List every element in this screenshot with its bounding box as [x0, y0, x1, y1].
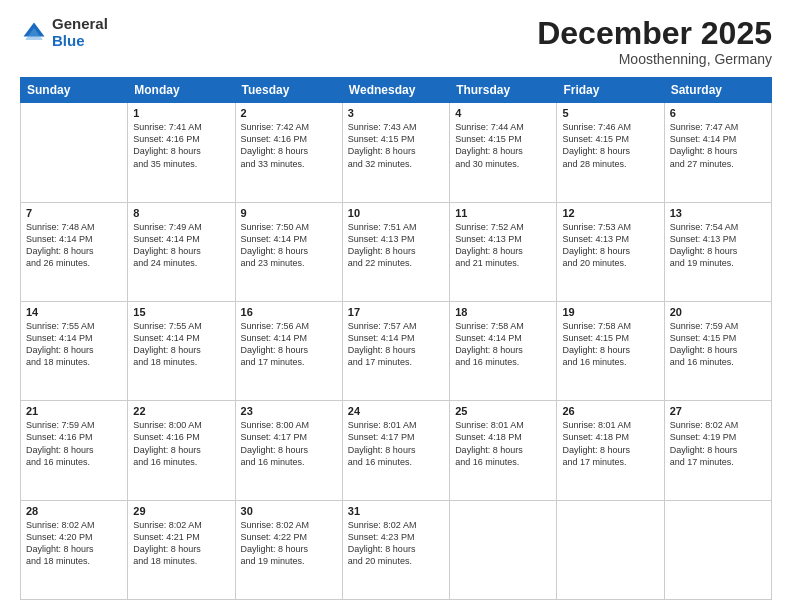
- table-row: 6Sunrise: 7:47 AMSunset: 4:14 PMDaylight…: [664, 103, 771, 202]
- table-row: 4Sunrise: 7:44 AMSunset: 4:15 PMDaylight…: [450, 103, 557, 202]
- day-number: 4: [455, 107, 551, 119]
- day-info: Sunrise: 7:46 AMSunset: 4:15 PMDaylight:…: [562, 121, 658, 170]
- title-block: December 2025 Moosthenning, Germany: [537, 16, 772, 67]
- day-number: 13: [670, 207, 766, 219]
- table-row: 25Sunrise: 8:01 AMSunset: 4:18 PMDayligh…: [450, 401, 557, 500]
- location-title: Moosthenning, Germany: [537, 51, 772, 67]
- table-row: 23Sunrise: 8:00 AMSunset: 4:17 PMDayligh…: [235, 401, 342, 500]
- table-row: 30Sunrise: 8:02 AMSunset: 4:22 PMDayligh…: [235, 500, 342, 599]
- calendar-week-row: 1Sunrise: 7:41 AMSunset: 4:16 PMDaylight…: [21, 103, 772, 202]
- calendar-week-row: 28Sunrise: 8:02 AMSunset: 4:20 PMDayligh…: [21, 500, 772, 599]
- day-number: 21: [26, 405, 122, 417]
- calendar-week-row: 14Sunrise: 7:55 AMSunset: 4:14 PMDayligh…: [21, 301, 772, 400]
- calendar-week-row: 7Sunrise: 7:48 AMSunset: 4:14 PMDaylight…: [21, 202, 772, 301]
- day-info: Sunrise: 7:48 AMSunset: 4:14 PMDaylight:…: [26, 221, 122, 270]
- day-number: 28: [26, 505, 122, 517]
- day-info: Sunrise: 8:02 AMSunset: 4:22 PMDaylight:…: [241, 519, 337, 568]
- day-info: Sunrise: 8:02 AMSunset: 4:23 PMDaylight:…: [348, 519, 444, 568]
- table-row: 16Sunrise: 7:56 AMSunset: 4:14 PMDayligh…: [235, 301, 342, 400]
- table-row: 14Sunrise: 7:55 AMSunset: 4:14 PMDayligh…: [21, 301, 128, 400]
- month-title: December 2025: [537, 16, 772, 51]
- logo-blue-text: Blue: [52, 33, 108, 50]
- day-info: Sunrise: 8:00 AMSunset: 4:17 PMDaylight:…: [241, 419, 337, 468]
- day-number: 9: [241, 207, 337, 219]
- table-row: 19Sunrise: 7:58 AMSunset: 4:15 PMDayligh…: [557, 301, 664, 400]
- day-info: Sunrise: 7:55 AMSunset: 4:14 PMDaylight:…: [133, 320, 229, 369]
- table-row: [450, 500, 557, 599]
- calendar-table: Sunday Monday Tuesday Wednesday Thursday…: [20, 77, 772, 600]
- table-row: 12Sunrise: 7:53 AMSunset: 4:13 PMDayligh…: [557, 202, 664, 301]
- day-info: Sunrise: 7:50 AMSunset: 4:14 PMDaylight:…: [241, 221, 337, 270]
- day-info: Sunrise: 7:43 AMSunset: 4:15 PMDaylight:…: [348, 121, 444, 170]
- day-number: 14: [26, 306, 122, 318]
- table-row: 20Sunrise: 7:59 AMSunset: 4:15 PMDayligh…: [664, 301, 771, 400]
- day-info: Sunrise: 8:02 AMSunset: 4:19 PMDaylight:…: [670, 419, 766, 468]
- day-info: Sunrise: 7:49 AMSunset: 4:14 PMDaylight:…: [133, 221, 229, 270]
- day-number: 6: [670, 107, 766, 119]
- table-row: 11Sunrise: 7:52 AMSunset: 4:13 PMDayligh…: [450, 202, 557, 301]
- day-number: 11: [455, 207, 551, 219]
- day-info: Sunrise: 8:01 AMSunset: 4:17 PMDaylight:…: [348, 419, 444, 468]
- day-info: Sunrise: 7:58 AMSunset: 4:15 PMDaylight:…: [562, 320, 658, 369]
- day-number: 27: [670, 405, 766, 417]
- logo-text: General Blue: [52, 16, 108, 49]
- day-number: 12: [562, 207, 658, 219]
- day-number: 26: [562, 405, 658, 417]
- day-info: Sunrise: 7:47 AMSunset: 4:14 PMDaylight:…: [670, 121, 766, 170]
- calendar-week-row: 21Sunrise: 7:59 AMSunset: 4:16 PMDayligh…: [21, 401, 772, 500]
- day-number: 17: [348, 306, 444, 318]
- day-info: Sunrise: 7:56 AMSunset: 4:14 PMDaylight:…: [241, 320, 337, 369]
- day-number: 1: [133, 107, 229, 119]
- day-info: Sunrise: 7:41 AMSunset: 4:16 PMDaylight:…: [133, 121, 229, 170]
- table-row: 28Sunrise: 8:02 AMSunset: 4:20 PMDayligh…: [21, 500, 128, 599]
- day-number: 16: [241, 306, 337, 318]
- col-wednesday: Wednesday: [342, 78, 449, 103]
- logo-general-text: General: [52, 16, 108, 33]
- table-row: 27Sunrise: 8:02 AMSunset: 4:19 PMDayligh…: [664, 401, 771, 500]
- table-row: 10Sunrise: 7:51 AMSunset: 4:13 PMDayligh…: [342, 202, 449, 301]
- table-row: 31Sunrise: 8:02 AMSunset: 4:23 PMDayligh…: [342, 500, 449, 599]
- table-row: 2Sunrise: 7:42 AMSunset: 4:16 PMDaylight…: [235, 103, 342, 202]
- logo: General Blue: [20, 16, 108, 49]
- day-info: Sunrise: 7:53 AMSunset: 4:13 PMDaylight:…: [562, 221, 658, 270]
- day-number: 3: [348, 107, 444, 119]
- table-row: 22Sunrise: 8:00 AMSunset: 4:16 PMDayligh…: [128, 401, 235, 500]
- day-number: 20: [670, 306, 766, 318]
- table-row: 21Sunrise: 7:59 AMSunset: 4:16 PMDayligh…: [21, 401, 128, 500]
- table-row: 26Sunrise: 8:01 AMSunset: 4:18 PMDayligh…: [557, 401, 664, 500]
- day-info: Sunrise: 7:57 AMSunset: 4:14 PMDaylight:…: [348, 320, 444, 369]
- day-number: 31: [348, 505, 444, 517]
- day-info: Sunrise: 8:02 AMSunset: 4:21 PMDaylight:…: [133, 519, 229, 568]
- day-number: 23: [241, 405, 337, 417]
- day-info: Sunrise: 8:00 AMSunset: 4:16 PMDaylight:…: [133, 419, 229, 468]
- table-row: 5Sunrise: 7:46 AMSunset: 4:15 PMDaylight…: [557, 103, 664, 202]
- day-number: 24: [348, 405, 444, 417]
- day-number: 7: [26, 207, 122, 219]
- day-info: Sunrise: 7:42 AMSunset: 4:16 PMDaylight:…: [241, 121, 337, 170]
- col-sunday: Sunday: [21, 78, 128, 103]
- table-row: [557, 500, 664, 599]
- day-number: 19: [562, 306, 658, 318]
- day-number: 29: [133, 505, 229, 517]
- day-info: Sunrise: 7:58 AMSunset: 4:14 PMDaylight:…: [455, 320, 551, 369]
- logo-icon: [20, 19, 48, 47]
- day-info: Sunrise: 8:01 AMSunset: 4:18 PMDaylight:…: [562, 419, 658, 468]
- table-row: 29Sunrise: 8:02 AMSunset: 4:21 PMDayligh…: [128, 500, 235, 599]
- table-row: 13Sunrise: 7:54 AMSunset: 4:13 PMDayligh…: [664, 202, 771, 301]
- day-info: Sunrise: 8:02 AMSunset: 4:20 PMDaylight:…: [26, 519, 122, 568]
- col-saturday: Saturday: [664, 78, 771, 103]
- table-row: 9Sunrise: 7:50 AMSunset: 4:14 PMDaylight…: [235, 202, 342, 301]
- col-friday: Friday: [557, 78, 664, 103]
- day-info: Sunrise: 7:54 AMSunset: 4:13 PMDaylight:…: [670, 221, 766, 270]
- day-number: 25: [455, 405, 551, 417]
- day-number: 18: [455, 306, 551, 318]
- page: General Blue December 2025 Moosthenning,…: [0, 0, 792, 612]
- weekday-header-row: Sunday Monday Tuesday Wednesday Thursday…: [21, 78, 772, 103]
- table-row: [664, 500, 771, 599]
- day-number: 30: [241, 505, 337, 517]
- col-tuesday: Tuesday: [235, 78, 342, 103]
- table-row: 7Sunrise: 7:48 AMSunset: 4:14 PMDaylight…: [21, 202, 128, 301]
- col-thursday: Thursday: [450, 78, 557, 103]
- table-row: 24Sunrise: 8:01 AMSunset: 4:17 PMDayligh…: [342, 401, 449, 500]
- day-number: 22: [133, 405, 229, 417]
